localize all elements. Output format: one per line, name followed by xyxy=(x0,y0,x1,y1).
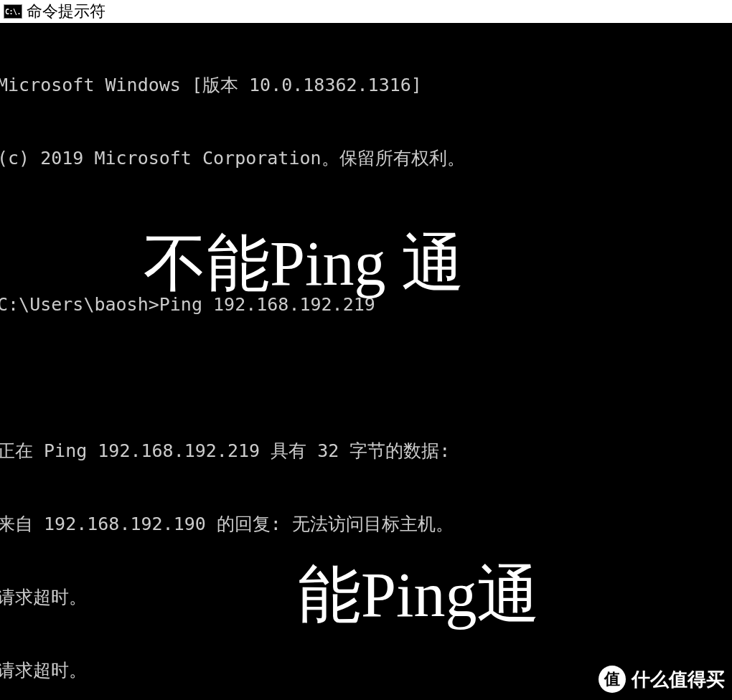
output-line: 请求超时。 xyxy=(0,585,729,610)
terminal-output[interactable]: Microsoft Windows [版本 10.0.18362.1316] (… xyxy=(0,23,729,700)
output-line: 正在 Ping 192.168.192.219 具有 32 字节的数据: xyxy=(0,439,729,463)
prompt-line: C:\Users\baosh>Ping 192.168.192.219 xyxy=(0,293,729,317)
output-line: Microsoft Windows [版本 10.0.18362.1316] xyxy=(0,73,729,98)
watermark: 值 什么值得买 xyxy=(599,666,725,693)
watermark-badge-icon: 值 xyxy=(599,666,626,693)
window-title-bar[interactable]: C:\. 命令提示符 xyxy=(0,0,732,23)
output-line xyxy=(0,219,729,244)
cmd-icon: C:\. xyxy=(4,4,22,19)
window-title: 命令提示符 xyxy=(27,1,105,22)
output-line: (c) 2019 Microsoft Corporation。保留所有权利。 xyxy=(0,146,729,171)
output-line: 来自 192.168.192.190 的回复: 无法访问目标主机。 xyxy=(0,512,729,536)
output-line xyxy=(0,366,729,390)
watermark-text: 什么值得买 xyxy=(632,667,725,692)
